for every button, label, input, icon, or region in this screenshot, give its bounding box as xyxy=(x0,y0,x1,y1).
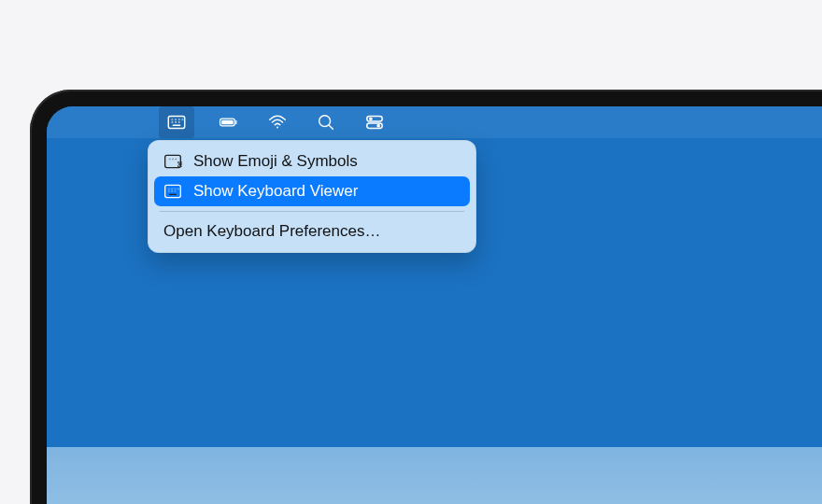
svg-rect-10 xyxy=(221,120,234,125)
control-center-button[interactable] xyxy=(361,106,389,138)
keyboard-viewer-icon xyxy=(163,183,182,200)
spotlight-button[interactable] xyxy=(312,106,340,138)
screen: Thu Sep 10 9:41 PM ⌘ Show Emoji & Symbol… xyxy=(47,106,822,504)
menu-item-label: Show Keyboard Viewer xyxy=(193,182,358,201)
menu-item-open-keyboard-prefs[interactable]: Open Keyboard Preferences… xyxy=(154,217,470,246)
svg-text:⌘: ⌘ xyxy=(177,160,182,169)
menu-item-show-emoji[interactable]: ⌘ Show Emoji & Symbols xyxy=(154,147,470,176)
search-icon xyxy=(316,112,336,133)
menu-item-label: Open Keyboard Preferences… xyxy=(163,222,380,241)
control-center-icon xyxy=(364,112,385,133)
battery-icon xyxy=(219,112,239,133)
svg-point-18 xyxy=(376,124,380,128)
wifi-icon xyxy=(267,112,288,133)
menubar: Thu Sep 10 9:41 PM xyxy=(47,106,822,138)
menu-divider xyxy=(160,211,464,212)
menu-item-show-keyboard-viewer[interactable]: Show Keyboard Viewer xyxy=(154,176,470,206)
svg-point-16 xyxy=(369,118,373,121)
input-menu-button[interactable] xyxy=(159,106,194,138)
battery-status[interactable] xyxy=(215,106,243,138)
input-menu-dropdown: ⌘ Show Emoji & Symbols Show Keyboard Vie… xyxy=(148,140,476,253)
wifi-status[interactable] xyxy=(263,106,291,138)
svg-line-14 xyxy=(329,125,333,129)
wallpaper xyxy=(47,278,822,504)
character-viewer-icon: ⌘ xyxy=(163,153,182,170)
menu-item-label: Show Emoji & Symbols xyxy=(193,152,358,171)
laptop-frame: Thu Sep 10 9:41 PM ⌘ Show Emoji & Symbol… xyxy=(30,90,822,504)
keyboard-viewer-icon xyxy=(166,112,187,133)
svg-point-12 xyxy=(276,127,278,129)
